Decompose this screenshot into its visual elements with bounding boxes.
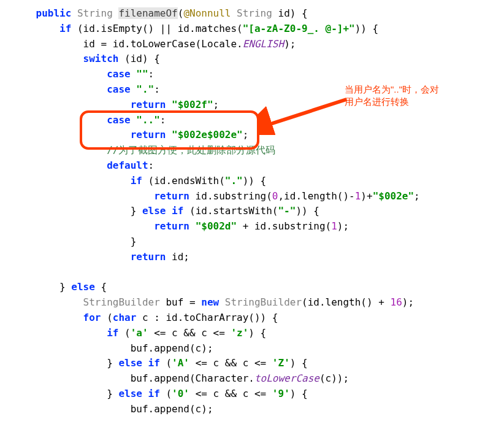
kw-char: char: [113, 312, 137, 323]
kw-else: else: [71, 281, 95, 293]
kw-return: return: [154, 220, 195, 232]
t: ) {: [290, 357, 308, 369]
t: )+: [361, 190, 372, 202]
kw-default: default: [107, 160, 148, 171]
t: :: [148, 160, 155, 171]
t: <= c && c <=: [189, 357, 272, 369]
char-0: '0': [172, 388, 189, 399]
char-Z: 'Z': [272, 357, 290, 369]
kw-return: return: [131, 251, 166, 263]
type-string2: String: [237, 7, 272, 19]
t: ) {: [290, 388, 308, 399]
t: :: [160, 114, 166, 126]
kw-switch: switch: [83, 53, 119, 64]
annotation-line1: 当用户名为".."时，会对: [345, 84, 439, 94]
t: )) {: [355, 23, 379, 34]
char-z: 'z': [231, 327, 248, 339]
t: :: [154, 83, 160, 95]
type-sb2: StringBuilder: [225, 296, 302, 308]
str-002d: "$002d": [196, 220, 237, 232]
t: (: [160, 357, 172, 369]
t: ) {: [248, 327, 266, 339]
char-9: '9': [272, 388, 290, 399]
kw-return: return: [131, 99, 172, 110]
t: c : id.toCharArray()) {: [136, 312, 278, 323]
t: ,id.length()-: [278, 190, 354, 202]
kw-new: new: [201, 296, 225, 308]
method-name: filenameOf: [118, 7, 177, 19]
t: }: [131, 236, 137, 247]
t: buf.append(Character.: [131, 372, 254, 384]
t: buf.append(c);: [131, 403, 213, 415]
annotation-callout: 当用户名为".."时，会对 用户名进行转换: [345, 83, 439, 109]
str-dotdot: "..": [136, 114, 160, 126]
t: )) {: [243, 175, 267, 187]
method-tolower: toLowerCase: [254, 372, 319, 384]
kw-return: return: [131, 129, 172, 141]
kw-if: if: [59, 23, 71, 34]
t: (id.isEmpty() || id.matches(: [77, 23, 243, 34]
t: buf =: [160, 296, 201, 308]
char-A: 'A': [172, 357, 189, 369]
kw-if: if: [131, 175, 142, 187]
kw-elseif: else if: [118, 388, 159, 399]
kw-elseif: else if: [142, 205, 183, 217]
str-dot: ".": [136, 83, 154, 95]
t: (: [118, 327, 130, 339]
kw-if: if: [107, 327, 118, 339]
kw-case: case: [107, 83, 136, 95]
t: id) {: [272, 7, 308, 19]
kw-for: for: [83, 312, 101, 323]
t: )) {: [296, 205, 319, 217]
type-sb: StringBuilder: [83, 296, 160, 308]
t: (id.endsWith(: [142, 175, 225, 187]
t: <= c && c <=: [189, 388, 272, 399]
str-002f: "$002f": [172, 99, 213, 110]
t: :: [148, 68, 155, 80]
t: + id.substring(: [237, 220, 331, 232]
kw-public: public: [36, 7, 72, 19]
t: id = id.toLowerCase(Locale.: [83, 38, 243, 50]
t: (id.length() +: [302, 296, 391, 308]
str-002e002e: "$002e$002e": [172, 129, 243, 141]
kw-return: return: [154, 190, 189, 202]
t: (: [101, 312, 113, 323]
t: id;: [166, 251, 189, 263]
comment-line: //为了截图方便，此处删除部分源代码: [107, 144, 275, 156]
t: ;: [243, 129, 249, 141]
num: 1: [355, 190, 361, 202]
kw-elseif: else if: [118, 357, 159, 369]
t: id.substring(: [189, 190, 272, 202]
kw-case: case: [107, 68, 136, 80]
str-dot2: ".": [225, 175, 243, 187]
str-empty: "": [136, 68, 148, 80]
kw-case: case: [107, 114, 136, 126]
code-block: public String filenameOf(@Nonnull String…: [12, 6, 492, 417]
str-regex: "[a-zA-Z0-9_. @-]+": [243, 23, 355, 34]
t: );: [284, 38, 296, 50]
t: ;: [213, 99, 220, 110]
t: (: [160, 388, 172, 399]
annotation-nonnull: @Nonnull: [183, 7, 231, 19]
char-a: 'a': [131, 327, 148, 339]
t: );: [337, 220, 349, 232]
t: buf.append(c);: [131, 342, 213, 354]
t: <= c && c <=: [148, 327, 231, 339]
const-english: ENGLISH: [243, 38, 284, 50]
str-002e: "$002e": [373, 190, 414, 202]
t: (id.startsWith(: [183, 205, 278, 217]
str-dash: "-": [278, 205, 296, 217]
annotation-line2: 用户名进行转换: [345, 96, 409, 107]
num: 1: [331, 220, 337, 232]
type-string: String: [77, 7, 113, 19]
t: (id) {: [118, 53, 159, 64]
t: ;: [414, 190, 420, 202]
num-16: 16: [391, 296, 402, 308]
t: );: [402, 296, 414, 308]
t: (c));: [319, 372, 349, 384]
